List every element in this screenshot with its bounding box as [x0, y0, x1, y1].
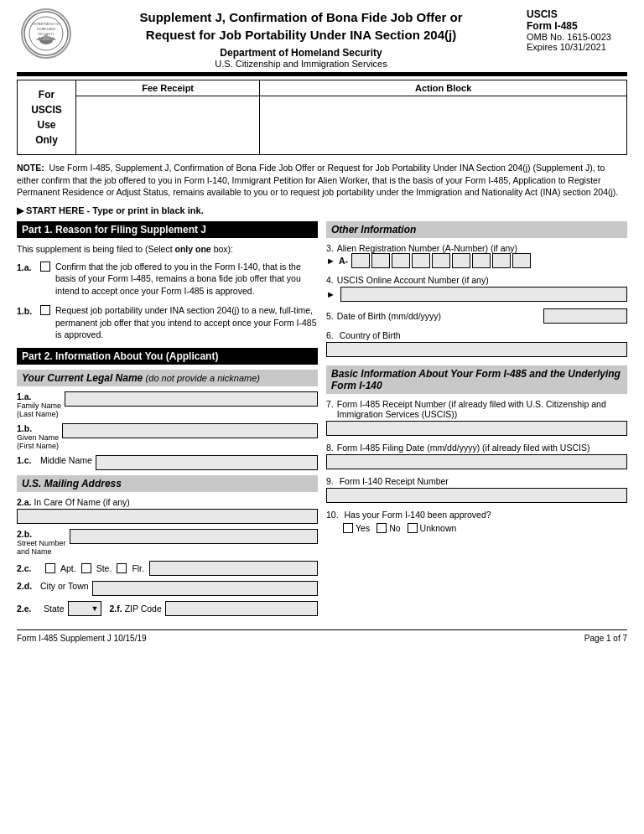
a-box-7[interactable]: [472, 253, 491, 268]
given-name-input[interactable]: [62, 423, 318, 438]
address-section-header: U.S. Mailing Address: [17, 475, 318, 492]
field-6-number: 6.: [326, 330, 334, 340]
part1-instruction: This supplement is being filed to (Selec…: [17, 243, 318, 256]
a-box-8[interactable]: [492, 253, 511, 268]
apt-number-input[interactable]: [149, 561, 318, 576]
a-box-2[interactable]: [371, 253, 390, 268]
a-box-1[interactable]: [351, 253, 370, 268]
fee-receipt-section: Fee Receipt: [76, 80, 260, 154]
option-1a-text: Confirm that the job offered to you in t…: [55, 261, 318, 298]
part2-header: Part 2. Information About You (Applicant…: [17, 348, 318, 365]
field-family-name-row: 1.a. Family Name(Last Name): [17, 391, 318, 418]
agency-name: U.S. Citizenship and Immigration Service…: [75, 59, 527, 69]
yes-no-unknown-row: Yes No Unknown: [326, 523, 627, 533]
field-2b-row: 2.b. Street Numberand Name: [17, 529, 318, 556]
header-divider: [17, 72, 627, 76]
field-1a-sublabel: Family Name(Last Name): [17, 401, 61, 418]
field-5-label: Date of Birth (mm/dd/yyyy): [337, 311, 543, 321]
svg-text:HOMELAND: HOMELAND: [37, 27, 56, 31]
a-box-4[interactable]: [412, 253, 430, 268]
option-1a-label: 1.a.: [17, 262, 40, 274]
field-7-number: 7.: [326, 399, 334, 409]
field-3-number: 3.: [326, 243, 334, 253]
option-1b-checkbox[interactable]: [40, 305, 50, 315]
no-option: No: [377, 523, 400, 533]
field-8-number: 8.: [326, 443, 334, 453]
i485-filing-date-input[interactable]: [326, 454, 627, 469]
field-10-section: 10. Has your Form I-140 been approved? Y…: [326, 510, 627, 533]
field-4-label: USCIS Online Account Number (if any): [337, 275, 489, 285]
agency-seal: DEPARTMENT OF HOMELAND SECURITY: [21, 8, 71, 59]
field-2b-sublabel: Street Numberand Name: [17, 539, 66, 556]
unknown-label: Unknown: [420, 523, 457, 533]
footer-left: Form I-485 Supplement J 10/15/19: [17, 634, 147, 643]
basic-info-header: Basic Information About Your Form I-485 …: [326, 365, 627, 394]
field-1c-label: 1.c.: [17, 455, 40, 465]
country-input[interactable]: [326, 342, 627, 357]
part1-header: Part 1. Reason for Filing Supplement J: [17, 221, 318, 238]
state-label: State: [44, 603, 65, 614]
action-block-label: Action Block: [260, 80, 626, 96]
field-7-section: 7. Form I-485 Receipt Number (if already…: [326, 399, 627, 436]
field-1b-sublabel: Given Name(First Name): [17, 433, 59, 450]
i140-receipt-input[interactable]: [326, 488, 627, 503]
city-input[interactable]: [92, 581, 318, 596]
field-8-section: 8. Form I-485 Filing Date (mm/dd/yyyy) (…: [326, 443, 627, 469]
option-1b-text: Request job portability under INA sectio…: [55, 304, 318, 341]
a-box-9[interactable]: [512, 253, 531, 268]
header-right: USCIS Form I-485 OMB No. 1615-0023 Expir…: [527, 8, 627, 52]
main-content: Part 1. Reason for Filing Supplement J T…: [17, 221, 627, 616]
yes-checkbox[interactable]: [343, 523, 353, 533]
no-checkbox[interactable]: [377, 523, 387, 533]
field-5-section: 5. Date of Birth (mm/dd/yyyy): [326, 308, 627, 324]
field-4-number: 4.: [326, 275, 334, 285]
a-prefix: A-: [339, 256, 348, 266]
field-6-section: 6. Country of Birth: [326, 330, 627, 357]
dob-input[interactable]: [543, 308, 627, 324]
ste-checkbox[interactable]: [81, 563, 91, 573]
department-name: Department of Homeland Security: [75, 47, 527, 59]
a-box-6[interactable]: [452, 253, 470, 268]
note-label: NOTE:: [17, 163, 44, 173]
name-section-header: Your Current Legal Name (do not provide …: [17, 370, 318, 386]
field-9-number: 9.: [326, 476, 334, 486]
field-1b-label: 1.b. Given Name(First Name): [17, 423, 59, 450]
field-4-section: 4. USCIS Online Account Number (if any) …: [326, 275, 627, 302]
apt-checkbox[interactable]: [45, 563, 55, 573]
option-1a-checkbox[interactable]: [40, 262, 50, 272]
logo: DEPARTMENT OF HOMELAND SECURITY: [17, 8, 75, 59]
field-2c-row: 2.c. Apt. Ste. Flr.: [17, 561, 318, 576]
page: DEPARTMENT OF HOMELAND SECURITY Suppleme…: [0, 0, 644, 834]
family-name-input[interactable]: [65, 391, 318, 407]
uscis-account-input[interactable]: [340, 287, 627, 302]
fee-action-box: For USCIS Use Only Fee Receipt Action Bl…: [17, 80, 627, 155]
zip-input[interactable]: [165, 601, 318, 616]
state-select[interactable]: ▼: [68, 601, 101, 616]
yes-label: Yes: [356, 523, 370, 533]
care-of-input[interactable]: [17, 509, 318, 524]
a-box-5[interactable]: [432, 253, 450, 268]
middle-name-input[interactable]: [96, 455, 318, 470]
ste-label-text: Ste.: [96, 563, 112, 573]
name-subheader: (do not provide a nickname): [146, 373, 260, 383]
flr-checkbox[interactable]: [117, 563, 127, 573]
field-2f-label: 2.f. ZIP Code: [110, 603, 162, 614]
a-number-boxes: [351, 253, 531, 268]
start-here-instruction: START HERE - Type or print in black ink.: [17, 205, 627, 216]
header: DEPARTMENT OF HOMELAND SECURITY Suppleme…: [17, 8, 627, 69]
a-number-row: ► A-: [326, 253, 627, 268]
a-box-3[interactable]: [392, 253, 410, 268]
field-2a-row: 2.a. In Care Of Name (if any): [17, 497, 318, 524]
field-2e-label: 2.e.: [17, 603, 40, 614]
street-input[interactable]: [70, 529, 318, 544]
field-1a-label: 1.a. Family Name(Last Name): [17, 391, 61, 418]
action-block-content: [260, 96, 626, 154]
field-2d-label: 2.d.: [17, 581, 40, 591]
unknown-checkbox[interactable]: [408, 523, 418, 533]
right-column: Other Information 3. Alien Registration …: [326, 221, 627, 616]
field-9-label: Form I-140 Receipt Number: [340, 476, 449, 486]
note-text: NOTE: Use Form I-485, Supplement J, Conf…: [17, 162, 627, 199]
form-title: Supplement J, Confirmation of Bona Fide …: [75, 8, 527, 44]
i485-receipt-input[interactable]: [326, 421, 627, 436]
apt-label-text: Apt.: [60, 563, 76, 573]
